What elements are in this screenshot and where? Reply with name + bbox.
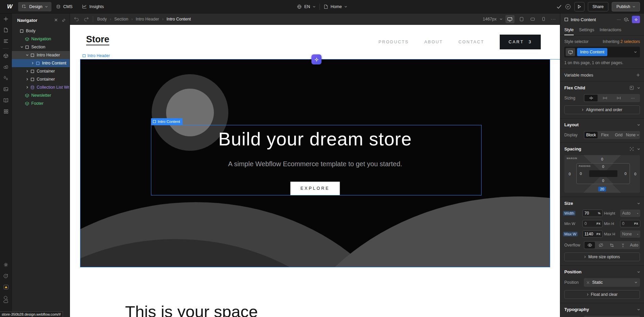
spacing-section-header[interactable]: Spacing <box>564 143 640 155</box>
float-and-clear-button[interactable]: Float and clear <box>564 290 640 299</box>
max-w-input[interactable]: 1140PX <box>582 230 603 238</box>
image-icon[interactable] <box>0 84 12 95</box>
position-section-header[interactable]: Position <box>564 266 640 278</box>
more-size-options-button[interactable]: More size options <box>564 253 640 261</box>
chevron-down-icon[interactable] <box>637 87 640 89</box>
overflow-clip-crop-icon[interactable] <box>607 242 617 248</box>
spacing-options-icon[interactable] <box>630 147 634 151</box>
navigator-item-container[interactable]: Container <box>12 75 70 83</box>
navigator-item-collection-list-wra[interactable]: Collection List Wra... <box>12 83 70 91</box>
max-h-input[interactable]: None- <box>620 230 640 238</box>
navigator-item-container[interactable]: Container <box>12 67 70 75</box>
chevron-right-icon[interactable] <box>30 62 35 64</box>
book-icon[interactable] <box>0 95 12 106</box>
canvas-width-value[interactable]: 1467px <box>483 17 496 21</box>
flex-child-section-header[interactable]: Flex Child <box>564 82 640 94</box>
tab-interactions[interactable]: Interactions <box>600 26 621 35</box>
page-icon[interactable] <box>0 25 12 36</box>
min-h-input[interactable]: 0PX <box>620 220 640 227</box>
sizing-none-icon[interactable] <box>612 95 626 101</box>
inheriting-info[interactable]: Inheriting 2 selectors <box>603 39 640 44</box>
navigator-item-footer[interactable]: Footer <box>12 99 70 107</box>
breadcrumb-item-section[interactable]: Section <box>114 17 128 21</box>
plus-icon[interactable] <box>0 13 12 25</box>
redo-icon[interactable] <box>84 17 89 21</box>
navigator-item-section[interactable]: Section <box>12 43 70 51</box>
design-canvas[interactable]: Store PRODUCTSABOUTCONTACT CART 3 Intro … <box>70 25 560 317</box>
share-button[interactable]: Share <box>588 2 608 11</box>
sizing-grow-icon[interactable] <box>598 95 611 101</box>
undo-icon[interactable] <box>74 17 79 21</box>
breadcrumb-item-intro-header[interactable]: Intro Header <box>136 17 159 21</box>
overflow-scroll-icon[interactable] <box>618 242 628 248</box>
chevron-down-icon[interactable] <box>637 148 640 150</box>
sizing-shrink-icon[interactable] <box>584 95 598 101</box>
typography-section-header[interactable]: Typography <box>564 303 640 316</box>
inspect-icon[interactable] <box>630 86 634 90</box>
min-w-input[interactable]: 0PX <box>582 220 603 227</box>
preview-button[interactable] <box>574 2 584 11</box>
class-pill[interactable]: Intro Content <box>577 48 607 56</box>
lower-section-heading[interactable]: This is your space <box>125 302 258 317</box>
navigator-item-body[interactable]: Body <box>12 27 70 35</box>
margin-left-value[interactable]: 0 <box>569 172 571 176</box>
add-variable-mode-icon[interactable] <box>636 73 640 77</box>
publish-button[interactable]: Publish <box>612 2 640 11</box>
padding-bottom-value[interactable]: 0 <box>577 179 630 183</box>
chevron-down-icon[interactable] <box>637 271 640 273</box>
alignment-and-order-button[interactable]: Alignment and order <box>564 105 640 114</box>
margin-bottom-value[interactable]: 20 <box>564 187 640 191</box>
cloud-icon[interactable] <box>0 296 12 307</box>
page-switcher[interactable]: Home <box>324 4 347 9</box>
navigator-item-intro-header[interactable]: Intro Header <box>12 51 70 59</box>
margin-top-value[interactable]: 0 <box>564 157 640 161</box>
clear-icon[interactable] <box>586 281 590 284</box>
chevron-down-icon[interactable] <box>637 202 640 205</box>
display-option-block[interactable]: Block <box>584 132 598 138</box>
site-brand[interactable]: Store <box>86 34 109 45</box>
ai-quick-action-button[interactable] <box>311 54 321 64</box>
chevron-down-icon[interactable] <box>637 124 640 126</box>
breakpoint-phone-landscape-icon[interactable] <box>529 15 537 23</box>
position-select[interactable]: Static <box>584 278 640 287</box>
upgrade-icon[interactable] <box>0 281 12 292</box>
chevron-down-icon[interactable] <box>25 54 30 56</box>
padding-top-value[interactable]: 0 <box>577 165 630 169</box>
cube-icon[interactable] <box>0 50 12 61</box>
chevron-right-icon[interactable] <box>25 70 30 73</box>
overflow-hidden-eye-off-icon[interactable] <box>596 242 606 248</box>
drops-icon[interactable] <box>0 73 12 84</box>
breadcrumb-item-body[interactable]: Body <box>97 17 107 21</box>
ai-assistant-icon[interactable] <box>632 16 640 23</box>
design-mode-button[interactable]: Design <box>18 2 51 11</box>
chevron-down-icon[interactable] <box>637 309 640 311</box>
chevron-down-icon[interactable] <box>19 46 25 48</box>
padding-left-value[interactable]: 0 <box>580 172 582 176</box>
tab-style[interactable]: Style <box>564 26 574 35</box>
size-section-header[interactable]: Size <box>564 197 640 210</box>
chevron-right-icon[interactable] <box>25 86 30 89</box>
class-selector-input[interactable]: * Intro Content <box>564 47 640 57</box>
font-select[interactable]: Montserrat <box>584 316 640 317</box>
margin-right-value[interactable]: 0 <box>634 172 636 176</box>
site-nav-link-products[interactable]: PRODUCTS <box>379 40 409 44</box>
display-option-flex[interactable]: Flex <box>598 132 611 138</box>
display-option-grid[interactable]: Grid <box>612 132 625 138</box>
sizing-more-icon[interactable]: ··· <box>626 95 639 101</box>
overflow-auto-option[interactable]: Auto <box>629 242 639 248</box>
locale-switcher[interactable]: EN <box>297 4 315 9</box>
layout-section-header[interactable]: Layout <box>564 119 640 131</box>
tab-settings[interactable]: Settings <box>579 26 594 35</box>
breadcrumb-item-intro-content[interactable]: Intro Content <box>166 17 191 21</box>
gear-icon[interactable] <box>0 259 12 270</box>
navigator-item-newsletter[interactable]: Newsletter <box>12 91 70 99</box>
element-more-icon[interactable]: ··· <box>617 17 621 22</box>
site-nav-link-contact[interactable]: CONTACT <box>458 40 484 44</box>
breakpoint-tablet-icon[interactable] <box>518 15 526 23</box>
canvas-more-icon[interactable]: ··· <box>551 17 556 21</box>
webflow-logo-icon[interactable]: W <box>4 2 15 11</box>
section-tag-intro-header[interactable]: Intro Header <box>81 53 111 59</box>
paint-icon[interactable] <box>0 61 12 73</box>
padding-control[interactable]: PADDING 0 0 0 0 <box>576 163 630 184</box>
display-option-none[interactable]: None <box>626 132 639 138</box>
